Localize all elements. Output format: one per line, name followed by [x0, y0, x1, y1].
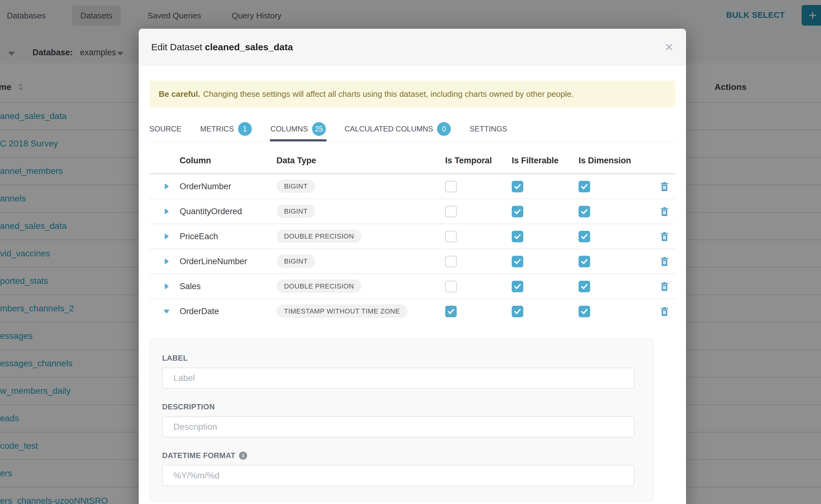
description-field-label: DESCRIPTION	[162, 403, 641, 411]
data-type-pill: DOUBLE PRECISION	[276, 279, 361, 293]
is-filterable-checkbox[interactable]	[512, 181, 523, 192]
header-column: Column	[180, 156, 276, 166]
is-filterable-checkbox[interactable]	[512, 306, 523, 317]
column-name: QuantityOrdered	[180, 207, 276, 216]
is-temporal-checkbox[interactable]	[445, 306, 457, 317]
column-name: OrderDate	[180, 307, 276, 316]
tab-label: METRICS	[200, 125, 234, 133]
delete-column-trash-icon[interactable]	[659, 206, 670, 217]
warning-bold: Be careful.	[159, 89, 200, 99]
description-input[interactable]	[162, 416, 635, 437]
delete-column-trash-icon[interactable]	[659, 281, 670, 292]
data-type-pill: DOUBLE PRECISION	[276, 230, 361, 243]
tab-count-badge: 1	[238, 122, 252, 136]
column-row-orderlinenumber: OrderLineNumberBIGINT	[149, 249, 675, 274]
collapse-caret-icon[interactable]	[163, 308, 180, 315]
column-name: PriceEach	[180, 232, 276, 241]
is-dimension-checkbox[interactable]	[579, 281, 590, 292]
column-row-ordernumber: OrderNumberBIGINT	[149, 174, 675, 199]
tab-label: CALCULATED COLUMNS	[344, 125, 433, 133]
label-input[interactable]	[162, 368, 635, 389]
label-field-label: LABEL	[162, 354, 641, 363]
column-name: Sales	[180, 282, 276, 291]
tab-label: SOURCE	[149, 125, 181, 133]
tab-columns[interactable]: COLUMNS25	[270, 117, 326, 141]
modal-dataset-name: cleaned_sales_data	[205, 42, 293, 52]
info-icon[interactable]: i	[239, 452, 247, 460]
header-is-dimension: Is Dimension	[579, 156, 654, 166]
column-name: OrderLineNumber	[180, 257, 276, 266]
is-temporal-checkbox[interactable]	[445, 256, 457, 267]
delete-column-trash-icon[interactable]	[659, 231, 670, 242]
data-type-pill: BIGINT	[276, 254, 315, 268]
warning-banner: Be careful. Changing these settings will…	[149, 81, 675, 107]
columns-table-rows: OrderNumberBIGINT QuantityOrderedBIGINT …	[149, 174, 675, 324]
delete-column-trash-icon[interactable]	[659, 306, 670, 317]
column-name: OrderNumber	[180, 182, 276, 191]
is-dimension-checkbox[interactable]	[579, 231, 590, 242]
expand-caret-icon[interactable]	[163, 283, 180, 290]
modal-title: Edit Dataset cleaned_sales_data	[151, 42, 293, 52]
is-filterable-checkbox[interactable]	[512, 231, 523, 242]
tab-label: SETTINGS	[470, 125, 507, 133]
warning-text: Changing these settings will affect all …	[203, 89, 574, 99]
is-temporal-checkbox[interactable]	[445, 206, 457, 217]
header-is-filterable: Is Filterable	[512, 156, 579, 166]
tab-label: COLUMNS	[270, 125, 308, 133]
expand-caret-icon[interactable]	[163, 258, 180, 265]
datasets-page: DatabasesDatasetsSaved QueriesQuery Hist…	[0, 0, 821, 504]
datetime-format-field-label: DATETIME FORMAT i	[162, 451, 641, 460]
edit-dataset-modal: Edit Dataset cleaned_sales_data ✕ Be car…	[139, 29, 686, 504]
delete-column-trash-icon[interactable]	[659, 256, 670, 267]
tab-source[interactable]: SOURCE	[149, 117, 181, 141]
is-filterable-checkbox[interactable]	[512, 256, 523, 267]
data-type-pill: BIGINT	[276, 205, 315, 218]
expand-caret-icon[interactable]	[163, 208, 180, 215]
delete-column-trash-icon[interactable]	[659, 181, 670, 192]
tab-count-badge: 0	[437, 122, 451, 136]
tab-metrics[interactable]: METRICS1	[200, 117, 252, 141]
data-type-pill: TIMESTAMP WITHOUT TIME ZONE	[276, 304, 407, 318]
columns-table: Column Data Type Is Temporal Is Filterab…	[149, 148, 675, 324]
modal-tabs: SOURCEMETRICS1COLUMNS25CALCULATED COLUMN…	[149, 117, 675, 141]
column-detail-panel: LABEL DESCRIPTION DATETIME FORMAT i	[149, 338, 654, 502]
columns-table-header: Column Data Type Is Temporal Is Filterab…	[149, 148, 675, 174]
column-row-orderdate: OrderDateTIMESTAMP WITHOUT TIME ZONE	[149, 299, 675, 324]
column-row-sales: SalesDOUBLE PRECISION	[149, 274, 675, 299]
header-is-temporal: Is Temporal	[445, 156, 512, 166]
datetime-format-input[interactable]	[162, 465, 635, 486]
tab-calculated-columns[interactable]: CALCULATED COLUMNS0	[344, 117, 451, 141]
header-data-type: Data Type	[276, 156, 445, 166]
tab-settings[interactable]: SETTINGS	[470, 117, 507, 141]
data-type-pill: BIGINT	[276, 180, 315, 193]
modal-title-prefix: Edit Dataset	[151, 42, 202, 52]
column-row-priceeach: PriceEachDOUBLE PRECISION	[149, 224, 675, 249]
close-icon[interactable]: ✕	[665, 42, 674, 52]
tab-count-badge: 25	[312, 122, 326, 136]
expand-caret-icon[interactable]	[163, 183, 180, 190]
expand-caret-icon[interactable]	[163, 233, 180, 240]
is-dimension-checkbox[interactable]	[579, 206, 590, 217]
is-temporal-checkbox[interactable]	[445, 181, 457, 192]
is-dimension-checkbox[interactable]	[579, 256, 590, 267]
is-temporal-checkbox[interactable]	[445, 281, 457, 292]
is-filterable-checkbox[interactable]	[512, 206, 523, 217]
is-dimension-checkbox[interactable]	[579, 306, 590, 317]
is-filterable-checkbox[interactable]	[512, 281, 523, 292]
modal-body: Be careful. Changing these settings will…	[139, 81, 686, 502]
is-temporal-checkbox[interactable]	[445, 231, 457, 242]
modal-header: Edit Dataset cleaned_sales_data ✕	[139, 29, 686, 66]
is-dimension-checkbox[interactable]	[579, 181, 590, 192]
column-row-quantityordered: QuantityOrderedBIGINT	[149, 199, 675, 224]
